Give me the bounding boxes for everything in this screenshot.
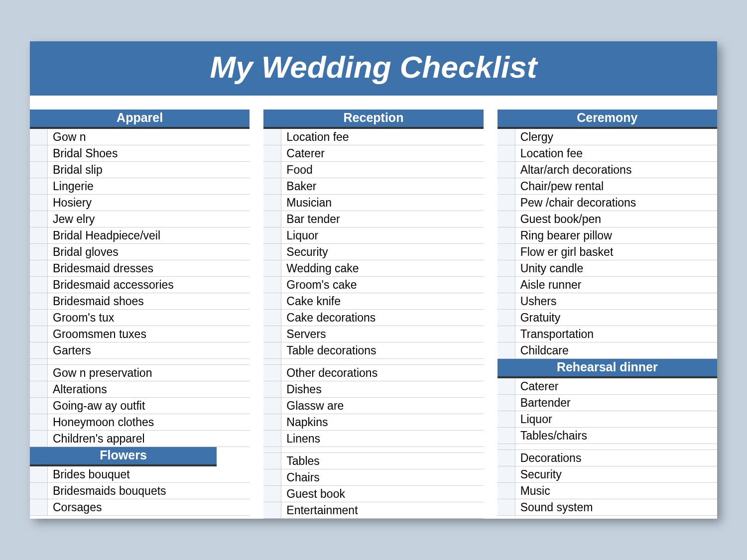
checkbox-cell[interactable] [263,227,281,244]
list-item: Unity candle [498,260,717,277]
item-label: Bridesmaids bouquets [48,483,249,499]
checkbox-cell[interactable] [498,244,515,260]
list-item: Bartender [498,395,717,411]
checkbox-cell[interactable] [30,359,48,365]
item-label: Transportation [515,326,717,342]
list-item: Bridal gloves [30,244,249,260]
checkbox-cell[interactable] [30,145,48,162]
list-item: Location fee [498,145,717,162]
checkbox-cell[interactable] [30,310,48,326]
list-item: Guest book [263,486,483,502]
checkbox-cell[interactable] [498,483,515,499]
item-label: Guest book/pen [515,211,717,227]
item-label: Jew elry [48,211,249,227]
checkbox-cell[interactable] [30,178,48,195]
checkbox-cell[interactable] [498,277,515,293]
checkbox-cell[interactable] [263,502,281,519]
checkbox-cell[interactable] [498,162,515,178]
checkbox-cell[interactable] [263,431,281,447]
checkbox-cell[interactable] [263,381,281,398]
checkbox-cell[interactable] [263,469,281,486]
checkbox-cell[interactable] [263,414,281,431]
checkbox-cell[interactable] [263,359,281,365]
item-label [48,359,249,365]
list-item: Corsages [30,499,249,516]
checkbox-cell[interactable] [30,499,48,516]
checkbox-cell[interactable] [30,211,48,227]
checkbox-cell[interactable] [30,162,48,178]
list-item: Gow n preservation [30,365,249,381]
checkbox-cell[interactable] [263,293,281,310]
checkbox-cell[interactable] [498,499,515,516]
checkbox-cell[interactable] [263,162,281,178]
checkbox-cell[interactable] [30,381,48,398]
checkbox-cell[interactable] [30,326,48,342]
checkbox-cell[interactable] [263,310,281,326]
item-label: Ushers [515,293,717,310]
checkbox-cell[interactable] [30,227,48,244]
list-item: Tables/chairs [498,428,717,444]
item-label: Bridesmaid accessories [48,277,249,293]
checkbox-cell[interactable] [263,398,281,414]
item-label: Bridal Headpiece/veil [48,227,249,244]
checkbox-cell[interactable] [263,447,281,453]
checkbox-cell[interactable] [263,365,281,381]
checkbox-cell[interactable] [498,211,515,227]
checkbox-cell[interactable] [498,145,515,162]
checkbox-cell[interactable] [498,178,515,195]
checkbox-cell[interactable] [30,466,48,483]
page-title: My Wedding Checklist [30,41,717,96]
checkbox-cell[interactable] [263,326,281,342]
list-item: Bridesmaids bouquets [30,483,249,499]
checkbox-cell[interactable] [498,444,515,450]
list-item: Chairs [263,469,483,486]
item-label: Tables/chairs [515,428,717,444]
checkbox-cell[interactable] [30,414,48,431]
checkbox-cell[interactable] [263,453,281,469]
list-item: Napkins [263,414,483,431]
list-item: Entertainment [263,502,483,519]
checkbox-cell[interactable] [498,342,515,359]
checkbox-cell[interactable] [498,129,515,145]
checkbox-cell[interactable] [498,395,515,411]
checkbox-cell[interactable] [263,244,281,260]
checkbox-cell[interactable] [498,411,515,428]
item-label [281,447,483,453]
checkbox-cell[interactable] [30,195,48,211]
checkbox-cell[interactable] [30,365,48,381]
checkbox-cell[interactable] [498,450,515,466]
checkbox-cell[interactable] [263,129,281,145]
checkbox-cell[interactable] [30,398,48,414]
checkbox-cell[interactable] [498,378,515,395]
checkbox-cell[interactable] [263,178,281,195]
checkbox-cell[interactable] [263,260,281,277]
checkbox-cell[interactable] [498,195,515,211]
list-item: Musician [263,195,483,211]
checkbox-cell[interactable] [498,466,515,483]
checkbox-cell[interactable] [30,244,48,260]
checkbox-cell[interactable] [263,195,281,211]
list-item: Childcare [498,342,717,359]
checkbox-cell[interactable] [30,277,48,293]
list-item [30,359,249,365]
checkbox-cell[interactable] [498,428,515,444]
checkbox-cell[interactable] [498,293,515,310]
item-label: Liquor [281,227,483,244]
checkbox-cell[interactable] [30,342,48,359]
item-label: Security [281,244,483,260]
checkbox-cell[interactable] [30,260,48,277]
checkbox-cell[interactable] [30,129,48,145]
list-item: Bridesmaid accessories [30,277,249,293]
checkbox-cell[interactable] [263,211,281,227]
checkbox-cell[interactable] [30,293,48,310]
checkbox-cell[interactable] [30,483,48,499]
checkbox-cell[interactable] [263,145,281,162]
checkbox-cell[interactable] [263,277,281,293]
checkbox-cell[interactable] [498,227,515,244]
checkbox-cell[interactable] [263,486,281,502]
checkbox-cell[interactable] [263,342,281,359]
checkbox-cell[interactable] [498,260,515,277]
checkbox-cell[interactable] [30,431,48,447]
checkbox-cell[interactable] [498,326,515,342]
checkbox-cell[interactable] [498,310,515,326]
